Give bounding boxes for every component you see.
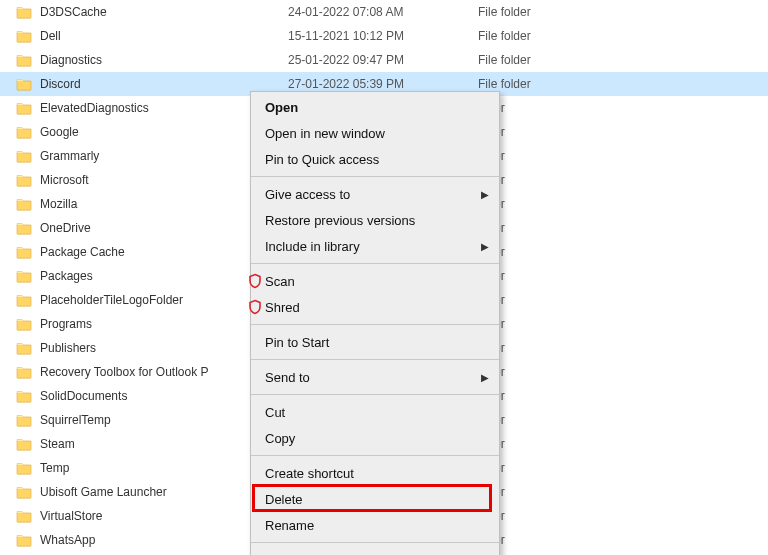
menu-separator [251, 324, 499, 325]
menu-rename[interactable]: Rename [251, 512, 499, 538]
file-type: File folder [478, 5, 598, 19]
menu-separator [251, 359, 499, 360]
file-type: File folder [478, 77, 598, 91]
menu-restore-previous[interactable]: Restore previous versions [251, 207, 499, 233]
shield-icon [247, 299, 263, 315]
menu-give-access-to[interactable]: Give access to▶ [251, 181, 499, 207]
file-row[interactable]: D3DSCache24-01-2022 07:08 AMFile folder [0, 0, 768, 24]
menu-pin-to-start[interactable]: Pin to Start [251, 329, 499, 355]
file-name: Discord [40, 77, 288, 91]
menu-open[interactable]: Open [251, 94, 499, 120]
file-name: Diagnostics [40, 53, 288, 67]
menu-separator [251, 455, 499, 456]
menu-separator [251, 176, 499, 177]
folder-icon [16, 389, 32, 403]
folder-icon [16, 125, 32, 139]
folder-icon [16, 365, 32, 379]
menu-separator [251, 542, 499, 543]
menu-include-in-library[interactable]: Include in library▶ [251, 233, 499, 259]
chevron-right-icon: ▶ [481, 189, 489, 200]
menu-delete[interactable]: Delete [251, 486, 499, 512]
folder-icon [16, 101, 32, 115]
chevron-right-icon: ▶ [481, 241, 489, 252]
shield-icon [247, 273, 263, 289]
menu-open-new-window[interactable]: Open in new window [251, 120, 499, 146]
menu-send-to[interactable]: Send to▶ [251, 364, 499, 390]
folder-icon [16, 149, 32, 163]
menu-create-shortcut[interactable]: Create shortcut [251, 460, 499, 486]
folder-icon [16, 29, 32, 43]
file-type: File folder [478, 53, 598, 67]
folder-icon [16, 77, 32, 91]
menu-scan[interactable]: Scan [251, 268, 499, 294]
folder-icon [16, 533, 32, 547]
folder-icon [16, 53, 32, 67]
menu-pin-quick-access[interactable]: Pin to Quick access [251, 146, 499, 172]
folder-icon [16, 293, 32, 307]
file-date: 15-11-2021 10:12 PM [288, 29, 478, 43]
folder-icon [16, 341, 32, 355]
folder-icon [16, 509, 32, 523]
menu-properties[interactable]: Properties [251, 547, 499, 555]
menu-cut[interactable]: Cut [251, 399, 499, 425]
context-menu: Open Open in new window Pin to Quick acc… [250, 91, 500, 555]
chevron-right-icon: ▶ [481, 372, 489, 383]
folder-icon [16, 245, 32, 259]
menu-copy[interactable]: Copy [251, 425, 499, 451]
folder-icon [16, 197, 32, 211]
menu-separator [251, 394, 499, 395]
folder-icon [16, 221, 32, 235]
file-date: 27-01-2022 05:39 PM [288, 77, 478, 91]
folder-icon [16, 5, 32, 19]
folder-icon [16, 461, 32, 475]
file-name: D3DSCache [40, 5, 288, 19]
folder-icon [16, 317, 32, 331]
folder-icon [16, 173, 32, 187]
folder-icon [16, 437, 32, 451]
file-row[interactable]: Diagnostics25-01-2022 09:47 PMFile folde… [0, 48, 768, 72]
menu-shred[interactable]: Shred [251, 294, 499, 320]
folder-icon [16, 485, 32, 499]
file-row[interactable]: Dell15-11-2021 10:12 PMFile folder [0, 24, 768, 48]
file-type: File folder [478, 29, 598, 43]
file-date: 25-01-2022 09:47 PM [288, 53, 478, 67]
file-date: 24-01-2022 07:08 AM [288, 5, 478, 19]
file-name: Dell [40, 29, 288, 43]
folder-icon [16, 269, 32, 283]
menu-separator [251, 263, 499, 264]
folder-icon [16, 413, 32, 427]
